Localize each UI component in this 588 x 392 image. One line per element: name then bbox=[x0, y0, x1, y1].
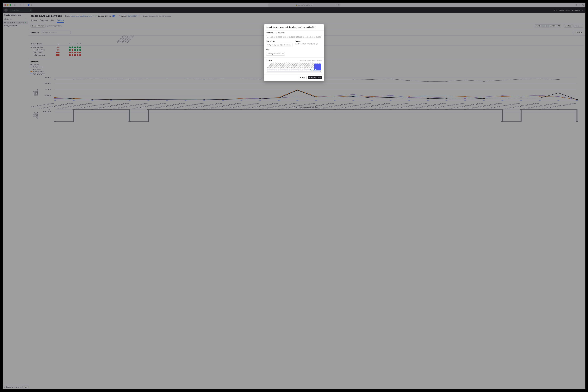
button-label: Submit 3 runs bbox=[311, 77, 321, 78]
preview-partition-dot[interactable] bbox=[267, 69, 269, 70]
partitions-input[interactable] bbox=[266, 35, 322, 39]
preview-partition-dot[interactable] bbox=[302, 69, 304, 70]
cancel-button[interactable]: Cancel bbox=[299, 76, 307, 79]
preview-partition-dot[interactable] bbox=[308, 69, 310, 70]
add-tags-button[interactable]: Add tags to backfill runs bbox=[266, 52, 285, 56]
modal-scrim[interactable]: Launch hacker_news_api_download_partitio… bbox=[2, 2, 586, 390]
preview-partition-dot[interactable] bbox=[297, 69, 299, 70]
reexec-label: Re-execute from failures bbox=[298, 43, 315, 45]
preview-partition-dot[interactable] bbox=[313, 69, 314, 70]
preview-partition-dot[interactable] bbox=[293, 69, 295, 70]
graph-selector-icon: ✱ bbox=[267, 44, 268, 46]
launch-icon: ⧉ bbox=[309, 77, 310, 78]
preview-partition-dot[interactable] bbox=[282, 69, 284, 70]
tags-label: Tags bbox=[266, 49, 269, 50]
reexec-option[interactable]: Re-execute from failures i bbox=[296, 43, 322, 45]
preview-partition-dot[interactable] bbox=[280, 69, 282, 70]
select-all-checkbox[interactable] bbox=[275, 32, 276, 34]
options-label: Options bbox=[296, 40, 322, 42]
preview-partition-dot[interactable] bbox=[269, 69, 271, 70]
preview-partition-dot[interactable] bbox=[306, 69, 308, 70]
step-subset-input-wrap[interactable]: ✱ bbox=[266, 43, 292, 47]
preview-hint: Click or drag to edit selected partition… bbox=[300, 60, 322, 61]
partitions-label: Partitions bbox=[266, 32, 273, 34]
preview-partition-dot[interactable] bbox=[273, 69, 275, 70]
preview-box[interactable]: 2021-10-20-05-0…2021-10-20-06-0…2021-10-… bbox=[266, 63, 322, 72]
preview-partition-dot[interactable] bbox=[295, 69, 297, 70]
select-all-label[interactable]: Select all bbox=[278, 32, 284, 34]
submit-button[interactable]: ⧉ Submit 3 runs bbox=[308, 76, 322, 79]
info-icon[interactable]: i bbox=[316, 43, 318, 45]
backfill-modal: Launch hacker_news_api_download_partitio… bbox=[264, 24, 324, 81]
preview-scrollbar[interactable] bbox=[267, 71, 321, 72]
preview-partition-dot[interactable] bbox=[271, 69, 273, 70]
preview-partition-dot[interactable] bbox=[278, 69, 279, 70]
preview-partition-dot[interactable] bbox=[291, 69, 293, 70]
preview-partition-dot[interactable] bbox=[289, 69, 290, 70]
preview-partition-dot[interactable] bbox=[286, 69, 288, 70]
modal-title: Launch hacker_news_api_download_partitio… bbox=[264, 24, 324, 30]
reexec-checkbox[interactable] bbox=[296, 43, 297, 45]
preview-partition-dot[interactable] bbox=[310, 69, 312, 70]
browser-window: ▥ 〈 〉 i ⛨ 🔒 demo.elementl.show ⛶ ⟳ ⤴ ＋ ⧉ bbox=[2, 2, 586, 390]
preview-partition-dot[interactable] bbox=[284, 69, 286, 70]
preview-label: Preview bbox=[266, 59, 272, 61]
preview-partition-dot[interactable] bbox=[300, 69, 301, 70]
preview-labels: 2021-10-20-05-0…2021-10-20-06-0…2021-10-… bbox=[267, 64, 321, 69]
step-subset-input[interactable] bbox=[268, 44, 291, 46]
preview-partition-dot[interactable] bbox=[304, 69, 306, 70]
step-subset-label: Step subset bbox=[266, 40, 292, 42]
preview-partition-dot[interactable] bbox=[276, 69, 277, 70]
preview-dots[interactable] bbox=[267, 69, 321, 70]
preview-partition-dot[interactable] bbox=[315, 69, 317, 70]
